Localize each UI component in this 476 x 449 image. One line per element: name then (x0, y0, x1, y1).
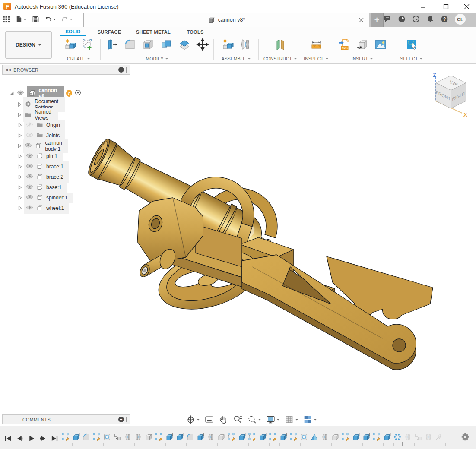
timeline-feature-joint[interactable] (321, 433, 329, 441)
go-to-start-button[interactable] (3, 434, 13, 443)
expand-icon[interactable] (16, 194, 23, 201)
expand-icon[interactable] (16, 184, 23, 191)
group-label-inspect[interactable]: INSPECT (304, 56, 329, 62)
visibility-eye-icon[interactable] (26, 163, 33, 170)
insert-canvas-button[interactable] (373, 37, 388, 52)
timeline-feature-hole[interactable] (300, 433, 308, 441)
browser-item-wheel-1[interactable]: wheel:1 (16, 203, 69, 213)
step-forward-button[interactable] (38, 434, 48, 443)
expand-icon[interactable] (16, 132, 23, 139)
view-cube[interactable]: Z X TOP FRONT RIGHT (416, 69, 472, 119)
tab-sheet-metal[interactable]: SHEET METAL (132, 28, 175, 36)
visibility-eye-icon[interactable] (26, 122, 33, 129)
group-label-assemble[interactable]: ASSEMBLE (222, 56, 251, 62)
combine-button[interactable] (159, 37, 174, 52)
close-button[interactable] (457, 0, 476, 13)
press-pull-button[interactable] (105, 37, 119, 52)
model-cannon[interactable] (0, 64, 476, 426)
visibility-eye-icon[interactable] (26, 184, 33, 191)
timeline-feature-sketch[interactable] (62, 433, 70, 441)
visibility-eye-icon[interactable] (26, 174, 33, 180)
zoom-button[interactable] (233, 414, 243, 424)
insert-derive-button[interactable] (355, 37, 370, 52)
timeline-feature-extrude[interactable] (72, 433, 80, 441)
timeline-feature-box[interactable] (145, 433, 152, 441)
model-canvas[interactable]: ◀◀ BROWSER − cannon v8CDocument Settings… (0, 64, 476, 426)
expand-icon[interactable] (16, 153, 23, 160)
timeline-feature-sketch[interactable] (228, 433, 235, 441)
undo-button[interactable] (44, 16, 56, 23)
folder-icon[interactable] (25, 111, 32, 119)
minimize-button[interactable] (414, 0, 433, 13)
shell-button[interactable] (141, 37, 155, 52)
timeline-feature-extrude[interactable] (176, 433, 184, 441)
timeline-feature-box[interactable] (331, 433, 339, 441)
document-tab[interactable]: cannon v8* (83, 13, 369, 27)
timeline-feature-extrude[interactable] (259, 433, 267, 441)
file-menu-button[interactable] (15, 16, 27, 23)
group-label-select[interactable]: SELECT (400, 56, 423, 62)
maximize-button[interactable] (436, 0, 455, 13)
fillet-button[interactable] (123, 37, 137, 52)
collapse-panel-icon[interactable]: ◀◀ (5, 68, 11, 72)
group-label-construct[interactable]: CONSTRUCT (263, 56, 297, 62)
timeline-feature-fillet[interactable] (186, 433, 194, 441)
timeline-feature-rigid-group-suppressed[interactable] (435, 433, 443, 441)
expand-icon[interactable] (16, 142, 22, 149)
visibility-eye-icon[interactable] (26, 194, 33, 201)
look-at-button[interactable] (204, 414, 214, 424)
timeline-feature-extrude[interactable] (383, 433, 391, 441)
timeline-feature-fillet[interactable] (83, 433, 90, 441)
comments-grip[interactable] (126, 417, 127, 422)
comments-button[interactable] (384, 15, 391, 25)
timeline-feature-mirror[interactable] (311, 433, 318, 441)
browser-collapse-icon[interactable]: − (118, 67, 124, 73)
help-button[interactable]: ? (441, 15, 448, 25)
viewports-button[interactable] (303, 414, 317, 424)
timeline-playhead[interactable] (402, 442, 403, 446)
new-component-button[interactable] (220, 37, 235, 52)
visibility-eye-icon[interactable] (26, 132, 33, 139)
timeline-feature-extrude[interactable] (362, 433, 370, 441)
browser-grip[interactable] (126, 67, 127, 73)
timeline-feature-extrude[interactable] (279, 433, 287, 441)
browser-item-origin[interactable]: Origin (16, 120, 65, 130)
timeline-feature-extrude[interactable] (197, 433, 204, 441)
browser-panel-header[interactable]: ◀◀ BROWSER − (2, 65, 130, 75)
tab-solid[interactable]: SOLID (60, 28, 86, 36)
visibility-eye-icon[interactable] (25, 142, 32, 149)
timeline-feature-joint[interactable] (134, 433, 142, 441)
move-button[interactable] (195, 37, 210, 52)
orbit-button[interactable] (186, 414, 200, 424)
timeline-feature-joint[interactable] (207, 433, 215, 441)
pan-button[interactable] (219, 414, 228, 424)
browser-item-brace-1[interactable]: brace:1 (16, 161, 69, 172)
new-tab-button[interactable]: + (371, 13, 384, 27)
timeline-feature-box[interactable] (217, 433, 225, 441)
avatar[interactable]: CL (455, 14, 466, 25)
browser-item-named-views[interactable]: Named Views (16, 110, 58, 120)
create-sketch-button[interactable] (80, 37, 95, 52)
timeline-feature-joint-suppressed[interactable] (404, 433, 412, 441)
timeline-feature-circular-pattern[interactable] (393, 433, 401, 441)
measure-button[interactable] (309, 37, 324, 52)
timeline-feature-extrude[interactable] (238, 433, 246, 441)
visibility-eye-icon[interactable] (26, 205, 33, 212)
expand-icon[interactable] (16, 111, 22, 118)
app-grid-button[interactable] (3, 16, 10, 23)
expand-icon[interactable] (16, 163, 23, 170)
comments-panel-header[interactable]: COMMENTS + (2, 414, 130, 424)
construction-plane-button[interactable] (273, 37, 288, 52)
job-status-button[interactable] (412, 15, 420, 25)
group-label-create[interactable]: CREATE (67, 56, 90, 62)
browser-item-spinder-1[interactable]: spinder:1 (16, 193, 73, 203)
timeline-feature-move-copy[interactable] (114, 433, 121, 441)
timeline-feature-sketch[interactable] (373, 433, 381, 441)
add-comment-icon[interactable]: + (118, 417, 124, 422)
expand-icon[interactable] (9, 90, 15, 97)
save-button[interactable] (32, 16, 39, 23)
timeline-feature-sketch[interactable] (248, 433, 256, 441)
timeline-feature-joint[interactable] (124, 433, 132, 441)
display-settings-button[interactable] (266, 414, 280, 424)
tab-close-button[interactable] (357, 16, 365, 24)
